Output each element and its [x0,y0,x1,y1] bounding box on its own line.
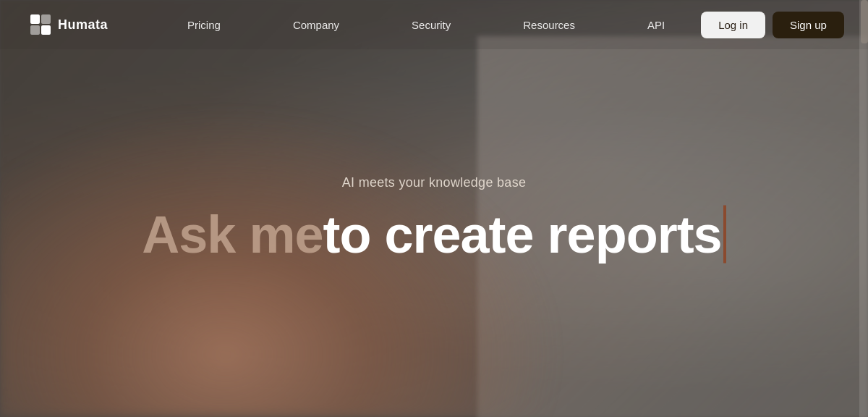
nav-pricing[interactable]: Pricing [151,13,257,37]
hero-title-muted: Ask me [142,205,323,264]
svg-rect-0 [30,14,40,24]
logo-wordmark: Humata [58,17,108,33]
svg-rect-1 [41,14,51,24]
nav-api[interactable]: API [611,13,701,37]
login-button[interactable]: Log in [701,12,765,38]
nav-security[interactable]: Security [375,13,487,37]
hero-content: AI meets your knowledge base Ask me to c… [0,153,868,264]
signup-button[interactable]: Sign up [773,12,844,38]
scrollbar-thumb[interactable] [861,0,868,43]
text-cursor [723,206,726,264]
hero-subtitle: AI meets your knowledge base [0,175,868,190]
logo[interactable]: Humata [29,13,108,36]
nav-resources[interactable]: Resources [487,13,611,37]
hero-title: Ask me to create reports [0,205,868,264]
nav-links: Pricing Company Security Resources API [151,13,701,37]
nav-company[interactable]: Company [257,13,375,37]
svg-rect-2 [30,25,40,35]
hero-title-white: to create reports [323,205,721,264]
scrollbar[interactable] [859,0,868,417]
nav-buttons: Log in Sign up [701,12,844,38]
logo-icon [29,13,52,36]
navbar: Humata Pricing Company Security Resource… [0,0,868,49]
svg-rect-3 [41,25,51,35]
